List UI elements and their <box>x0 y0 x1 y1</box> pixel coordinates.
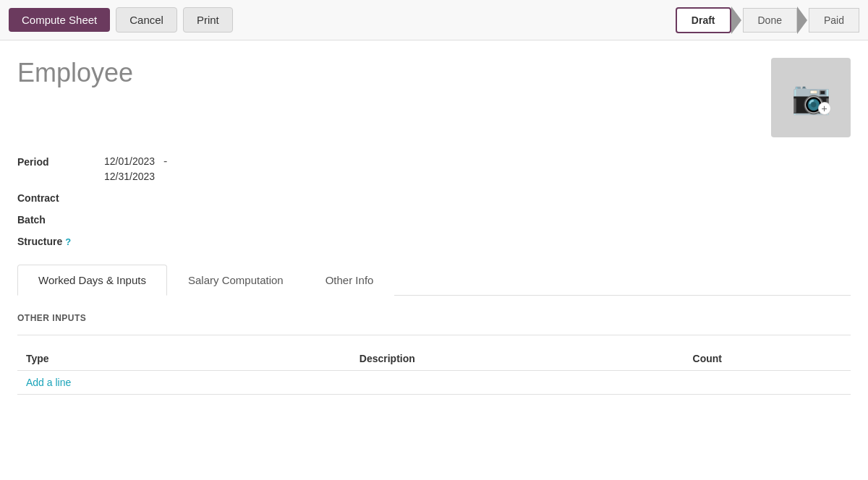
other-inputs-title: OTHER INPUTS <box>17 313 851 323</box>
structure-label-container: Structure ? <box>17 234 104 247</box>
camera-icon-wrapper: 📷 + <box>791 79 831 116</box>
period-end[interactable]: 12/31/2023 <box>104 171 176 182</box>
table-header: Type Description Count <box>17 347 851 371</box>
section-divider <box>17 335 851 335</box>
period-start[interactable]: 12/01/2023 <box>104 155 155 167</box>
tab-salary-computation[interactable]: Salary Computation <box>167 265 305 296</box>
bottom-divider <box>17 394 851 395</box>
status-done[interactable]: Done <box>743 8 797 33</box>
col-count-header: Count <box>684 347 851 371</box>
period-separator: - <box>155 155 176 168</box>
table-header-row: Type Description Count <box>17 347 851 371</box>
compute-sheet-button[interactable]: Compute Sheet <box>9 8 110 32</box>
status-arrow-2 <box>797 7 809 34</box>
tab-other-info[interactable]: Other Info <box>305 265 395 296</box>
period-start-row: 12/01/2023 - <box>104 155 176 168</box>
status-step-done: Done <box>743 8 797 33</box>
add-line-button[interactable]: Add a line <box>17 371 80 394</box>
form-fields: Period 12/01/2023 - 12/31/2023 Contract … <box>17 155 851 247</box>
period-label: Period <box>17 155 104 168</box>
avatar[interactable]: 📷 + <box>771 58 851 137</box>
col-description-header: Description <box>351 347 684 371</box>
structure-row: Structure ? <box>17 234 851 247</box>
print-button[interactable]: Print <box>183 7 233 33</box>
period-dates: 12/01/2023 - 12/31/2023 <box>104 155 176 182</box>
batch-label: Batch <box>17 213 104 226</box>
status-arrow-1 <box>731 7 743 34</box>
tab-worked-days[interactable]: Worked Days & Inputs <box>17 265 167 296</box>
main-content: Employee 📷 + Period 12/01/2023 - 12/31/2… <box>0 40 868 480</box>
status-step-paid: Paid <box>809 8 859 33</box>
other-inputs-section: OTHER INPUTS Type Description Count Add … <box>17 313 851 395</box>
status-paid[interactable]: Paid <box>809 8 859 33</box>
add-photo-icon: + <box>818 102 831 115</box>
tabs-container: Worked Days & Inputs Salary Computation … <box>17 265 851 296</box>
status-draft[interactable]: Draft <box>676 7 731 33</box>
col-type-header: Type <box>17 347 351 371</box>
status-step-draft: Draft <box>676 7 731 33</box>
contract-label: Contract <box>17 191 104 204</box>
cancel-button[interactable]: Cancel <box>116 7 177 33</box>
structure-help-icon[interactable]: ? <box>65 236 71 247</box>
employee-header: Employee 📷 + <box>17 58 851 137</box>
period-row: Period 12/01/2023 - 12/31/2023 <box>17 155 851 182</box>
batch-row: Batch <box>17 213 851 226</box>
other-inputs-table: Type Description Count <box>17 347 851 371</box>
contract-row: Contract <box>17 191 851 204</box>
toolbar: Compute Sheet Cancel Print Draft Done Pa… <box>0 0 868 40</box>
tab-content-worked-days: OTHER INPUTS Type Description Count Add … <box>17 296 851 412</box>
employee-title: Employee <box>17 58 133 88</box>
status-bar: Draft Done Paid <box>676 7 859 34</box>
structure-label: Structure <box>17 236 62 247</box>
